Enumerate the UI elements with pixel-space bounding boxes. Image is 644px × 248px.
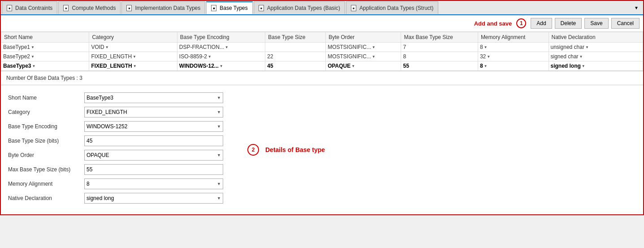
detail-form: Short Name BaseType3 ▼ Category FIXED_LE… [1, 90, 234, 210]
row2-encoding-arrow[interactable]: ▼ [208, 55, 212, 59]
tab-overflow-dropdown[interactable]: ▼ [631, 1, 642, 14]
tab-compute-methods[interactable]: ■ Compute Methods [58, 1, 121, 14]
input-alignment[interactable]: 8 ▼ [84, 178, 223, 189]
row3-shortname-arrow[interactable]: ▼ [32, 64, 35, 68]
add-button[interactable]: Add [531, 18, 552, 29]
save-button[interactable]: Save [584, 18, 608, 29]
tab-icon-app-struct: ■ [351, 5, 356, 11]
tab-base-types[interactable]: ■ Base Types [206, 1, 252, 14]
row3-maxsize: 55 [401, 61, 478, 71]
tab-bar: ■ Data Contraints ■ Compute Methods ■ Im… [1, 1, 643, 15]
label-category: Category [8, 109, 84, 115]
tab-icon-base-types: ■ [211, 5, 216, 11]
row3-byteorder-arrow[interactable]: ▼ [351, 64, 355, 68]
row2-size: 22 [265, 52, 326, 61]
step-2-circle: 2 [247, 144, 259, 156]
input-category[interactable]: FIXED_LENGTH ▼ [84, 107, 223, 117]
input-short-name[interactable]: BaseType3 ▼ [84, 92, 223, 103]
row3-short-name: BaseType3 [3, 63, 31, 69]
table-area: Short Name Category Base Type Encoding B… [1, 32, 643, 71]
row1-native-arrow[interactable]: ▼ [585, 45, 589, 49]
tab-app-data-struct[interactable]: ■ Application Data Types (Struct) [346, 1, 438, 14]
label-size: Base Type Size (bits) [8, 138, 84, 144]
cancel-button[interactable]: Cancel [611, 18, 640, 29]
col-header-short-name: Short Name [1, 32, 89, 43]
row1-byteorder-arrow[interactable]: ▼ [372, 45, 376, 49]
col-header-size: Base Type Size [265, 32, 326, 43]
row1-category: VOID [91, 44, 104, 50]
row1-alignment: 8 [480, 44, 483, 50]
tab-data-contraints[interactable]: ■ Data Contraints [2, 1, 57, 14]
row1-shortname-arrow[interactable]: ▼ [31, 45, 35, 49]
row1-encoding: DSP-FRACTION... [179, 44, 224, 50]
row3-encoding-arrow[interactable]: ▼ [220, 64, 223, 68]
form-row-size: Base Type Size (bits) [8, 135, 227, 146]
count-label: Number Of Base Data Types : 3 [6, 75, 82, 81]
row2-byteorder-arrow[interactable]: ▼ [372, 55, 376, 59]
row2-short-name: BaseType2 [3, 53, 30, 60]
row1-byteorder: MOSTSIGNIFIC... [328, 44, 371, 50]
row3-native: signed long [551, 63, 581, 69]
detail-info-label: Details of Base type [265, 146, 325, 153]
row2-alignment: 32 [480, 53, 486, 60]
row2-native-arrow[interactable]: ▼ [579, 55, 583, 59]
form-row-encoding: Base Type Encoding WINDOWS-1252 ▼ [8, 121, 227, 132]
row2-native: signed char [551, 53, 579, 60]
form-row-native: Native Declaration signed long ▼ [8, 193, 227, 204]
row2-byteorder: MOSTSIGNIFIC... [328, 53, 371, 60]
input-size[interactable] [84, 135, 223, 146]
label-encoding: Base Type Encoding [8, 123, 84, 130]
native-dropdown-arrow[interactable]: ▼ [217, 196, 221, 200]
row3-alignment-arrow[interactable]: ▼ [484, 64, 488, 68]
form-row-alignment: Memory Alignment 8 ▼ [8, 178, 227, 189]
table-row[interactable]: BaseType3 ▼ FIXED_LENGTH ▼ WINDOWS-12...… [1, 61, 643, 71]
add-save-label: Add and save [474, 20, 512, 27]
row2-category: FIXED_LENGTH [91, 53, 132, 60]
input-encoding[interactable]: WINDOWS-1252 ▼ [84, 121, 223, 132]
row1-alignment-arrow[interactable]: ▼ [484, 45, 488, 49]
row3-size: 45 [265, 61, 326, 71]
row2-shortname-arrow[interactable]: ▼ [31, 55, 35, 59]
input-byte-order[interactable]: OPAQUE ▼ [84, 150, 223, 161]
encoding-dropdown-arrow[interactable]: ▼ [217, 124, 221, 129]
row1-encoding-arrow[interactable]: ▼ [225, 45, 229, 49]
label-max-size: Max Base Type Size (bits) [8, 166, 84, 173]
tab-app-data-basic[interactable]: ■ Application Data Types (Basic) [254, 1, 345, 14]
col-header-native: Native Declaration [549, 32, 643, 43]
row2-alignment-arrow[interactable]: ▼ [487, 55, 490, 59]
tab-icon-compute-methods: ■ [63, 5, 69, 11]
col-header-alignment: Memory Alignment [478, 32, 549, 43]
alignment-dropdown-arrow[interactable]: ▼ [217, 182, 221, 186]
tab-icon-app-basic: ■ [259, 5, 264, 11]
row3-category-arrow[interactable]: ▼ [133, 64, 137, 68]
delete-button[interactable]: Delete [555, 18, 582, 29]
row1-short-name: BaseType1 [3, 44, 30, 50]
detail-info: 2 Details of Base type [234, 90, 338, 210]
row2-category-arrow[interactable]: ▼ [133, 55, 136, 59]
row1-category-arrow[interactable]: ▼ [105, 45, 109, 49]
row3-alignment: 8 [480, 63, 483, 69]
byteorder-dropdown-arrow[interactable]: ▼ [217, 153, 221, 157]
form-row-byte-order: Byte Order OPAQUE ▼ [8, 150, 227, 161]
form-row-short-name: Short Name BaseType3 ▼ [8, 92, 227, 103]
input-native[interactable]: signed long ▼ [84, 193, 223, 204]
label-native: Native Declaration [8, 195, 84, 201]
form-row-max-size: Max Base Type Size (bits) [8, 164, 227, 175]
step-1-circle: 1 [516, 18, 526, 28]
table-row[interactable]: BaseType1 ▼ VOID ▼ DSP-FRACTION... ▼ [1, 43, 643, 52]
tab-implementation-data-types[interactable]: ■ Implementation Data Types [121, 1, 205, 14]
toolbar: Add and save 1 Add Delete Save Cancel [1, 15, 643, 32]
label-alignment: Memory Alignment [8, 181, 84, 187]
category-dropdown-arrow[interactable]: ▼ [217, 110, 221, 114]
col-header-encoding: Base Type Encoding [177, 32, 265, 43]
row3-category: FIXED_LENGTH [91, 63, 132, 69]
shortname-dropdown-arrow[interactable]: ▼ [217, 96, 221, 100]
row1-native: unsigned char [551, 44, 584, 50]
row3-byteorder: OPAQUE [328, 63, 350, 69]
label-short-name: Short Name [8, 95, 84, 101]
table-row[interactable]: BaseType2 ▼ FIXED_LENGTH ▼ ISO-8859-2 ▼ [1, 52, 643, 61]
input-max-size[interactable] [84, 164, 223, 175]
count-row: Number Of Base Data Types : 3 [1, 71, 643, 85]
row1-maxsize: 7 [401, 43, 478, 52]
row3-native-arrow[interactable]: ▼ [582, 64, 585, 68]
